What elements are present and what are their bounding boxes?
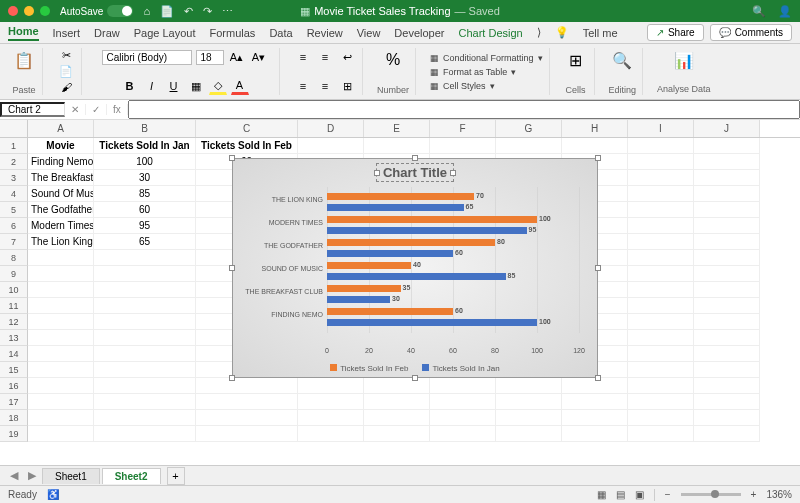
select-all-corner[interactable]: [0, 120, 28, 137]
cell[interactable]: [628, 362, 694, 378]
cell[interactable]: [628, 154, 694, 170]
row-head[interactable]: 6: [0, 218, 28, 234]
col-i[interactable]: I: [628, 120, 694, 137]
chart-bar-pair[interactable]: 3530: [327, 285, 577, 303]
cell[interactable]: [364, 410, 430, 426]
chart-bar-pair[interactable]: 4085: [327, 262, 577, 280]
cell[interactable]: [430, 410, 496, 426]
cell[interactable]: Finding Nemo: [28, 154, 94, 170]
tab-formulas[interactable]: Formulas: [210, 27, 256, 39]
cell[interactable]: [694, 234, 760, 250]
format-painter-icon[interactable]: 🖌: [57, 79, 75, 95]
cell[interactable]: [628, 202, 694, 218]
cell[interactable]: [628, 410, 694, 426]
sheet-tab-1[interactable]: Sheet1: [42, 468, 100, 484]
close-window[interactable]: [8, 6, 18, 16]
tellme-icon[interactable]: 💡: [555, 26, 569, 39]
cell[interactable]: [28, 362, 94, 378]
cell[interactable]: [28, 378, 94, 394]
autosave-toggle[interactable]: AutoSave: [60, 5, 133, 17]
cell[interactable]: [694, 154, 760, 170]
cell[interactable]: [694, 362, 760, 378]
col-f[interactable]: F: [430, 120, 496, 137]
cell[interactable]: [694, 218, 760, 234]
borders-icon[interactable]: ▦: [187, 77, 205, 95]
row-head[interactable]: 13: [0, 330, 28, 346]
cell[interactable]: [628, 282, 694, 298]
minimize-window[interactable]: [24, 6, 34, 16]
zoom-out-icon[interactable]: −: [665, 489, 671, 500]
cell[interactable]: 85: [94, 186, 196, 202]
tab-more[interactable]: ⟩: [537, 26, 541, 39]
chart-plot-area[interactable]: 020406080100120 THE LION KING7065MODERN …: [243, 187, 587, 347]
cell[interactable]: [694, 138, 760, 154]
tab-chart-design[interactable]: Chart Design: [459, 27, 523, 39]
col-g[interactable]: G: [496, 120, 562, 137]
wrap-text-icon[interactable]: ↩: [338, 48, 356, 66]
font-name-input[interactable]: [102, 50, 192, 65]
cell[interactable]: [496, 394, 562, 410]
row-head[interactable]: 8: [0, 250, 28, 266]
cell[interactable]: [28, 394, 94, 410]
cell[interactable]: [628, 250, 694, 266]
tab-view[interactable]: View: [357, 27, 381, 39]
cell[interactable]: [628, 378, 694, 394]
undo-icon[interactable]: ↶: [184, 5, 193, 18]
chart-title[interactable]: Chart Title: [233, 165, 597, 180]
cell[interactable]: [94, 346, 196, 362]
cell[interactable]: [628, 138, 694, 154]
zoom-in-icon[interactable]: +: [751, 489, 757, 500]
cut-icon[interactable]: ✂: [57, 48, 75, 64]
cell[interactable]: [562, 426, 628, 442]
cell[interactable]: [28, 346, 94, 362]
col-d[interactable]: D: [298, 120, 364, 137]
home-icon[interactable]: ⌂: [143, 5, 150, 18]
cell[interactable]: [94, 282, 196, 298]
cell[interactable]: [628, 170, 694, 186]
cell[interactable]: [298, 426, 364, 442]
add-sheet-button[interactable]: +: [167, 467, 185, 485]
cell[interactable]: [196, 410, 298, 426]
cell[interactable]: [298, 410, 364, 426]
cell[interactable]: [364, 394, 430, 410]
cell[interactable]: [694, 394, 760, 410]
more-icon[interactable]: ⋯: [222, 5, 233, 18]
sheet-next-icon[interactable]: ▶: [24, 469, 40, 482]
cell[interactable]: [694, 330, 760, 346]
cell[interactable]: [694, 202, 760, 218]
cell[interactable]: [628, 426, 694, 442]
merge-icon[interactable]: ⊞: [338, 77, 356, 95]
cell[interactable]: [94, 410, 196, 426]
font-size-input[interactable]: [196, 50, 224, 65]
row-head[interactable]: 16: [0, 378, 28, 394]
cell[interactable]: Modern Times: [28, 218, 94, 234]
conditional-formatting[interactable]: ▦Conditional Formatting ▾: [430, 52, 543, 64]
editing-icon[interactable]: 🔍: [610, 48, 634, 72]
cell[interactable]: [496, 378, 562, 394]
zoom-slider[interactable]: [681, 493, 741, 496]
cell[interactable]: [94, 250, 196, 266]
sheet-tab-2[interactable]: Sheet2: [102, 468, 161, 484]
cell[interactable]: [298, 394, 364, 410]
cell[interactable]: [694, 410, 760, 426]
cell[interactable]: [694, 266, 760, 282]
align-left-icon[interactable]: ≡: [294, 77, 312, 95]
cell[interactable]: [694, 170, 760, 186]
row-head[interactable]: 10: [0, 282, 28, 298]
align-center-icon[interactable]: ≡: [316, 77, 334, 95]
cell[interactable]: [298, 378, 364, 394]
cell[interactable]: Tickets Sold In Jan: [94, 138, 196, 154]
cell[interactable]: [430, 378, 496, 394]
cell[interactable]: [694, 378, 760, 394]
cell[interactable]: [196, 426, 298, 442]
cell[interactable]: [430, 138, 496, 154]
cell[interactable]: [694, 282, 760, 298]
cell[interactable]: [628, 266, 694, 282]
format-as-table[interactable]: ▦Format as Table ▾: [430, 66, 516, 78]
tab-review[interactable]: Review: [307, 27, 343, 39]
row-head[interactable]: 17: [0, 394, 28, 410]
col-a[interactable]: A: [28, 120, 94, 137]
name-box[interactable]: [0, 102, 65, 117]
cell[interactable]: [694, 426, 760, 442]
cell[interactable]: [562, 378, 628, 394]
